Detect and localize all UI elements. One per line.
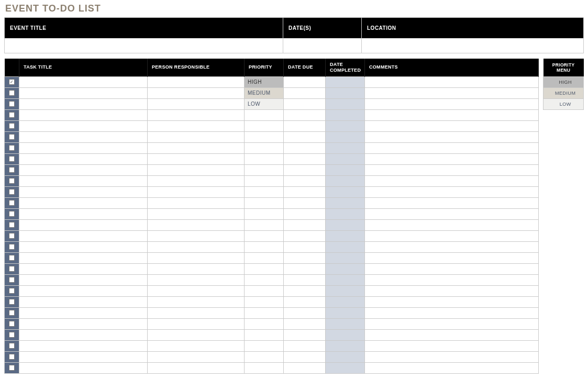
- checkbox-icon[interactable]: [9, 101, 15, 107]
- date-completed-cell[interactable]: [326, 351, 365, 362]
- checkbox-icon[interactable]: [9, 156, 15, 162]
- person-cell[interactable]: [148, 230, 245, 241]
- task-checkbox-cell[interactable]: [5, 329, 19, 340]
- priority-cell[interactable]: [245, 208, 284, 219]
- date-due-cell[interactable]: [284, 186, 326, 197]
- date-completed-cell[interactable]: [326, 307, 365, 318]
- task-title-cell[interactable]: [19, 186, 148, 197]
- task-title-cell[interactable]: [19, 153, 148, 164]
- date-completed-cell[interactable]: [326, 76, 365, 87]
- comments-cell[interactable]: [365, 219, 539, 230]
- priority-cell[interactable]: [245, 274, 284, 285]
- priority-cell[interactable]: [245, 241, 284, 252]
- comments-cell[interactable]: [365, 274, 539, 285]
- task-title-cell[interactable]: [19, 142, 148, 153]
- task-title-cell[interactable]: [19, 208, 148, 219]
- checkbox-icon[interactable]: [9, 299, 15, 305]
- date-due-cell[interactable]: [284, 296, 326, 307]
- priority-cell[interactable]: [245, 197, 284, 208]
- task-checkbox-cell[interactable]: [5, 142, 19, 153]
- date-completed-cell[interactable]: [326, 296, 365, 307]
- task-title-cell[interactable]: [19, 164, 148, 175]
- checkbox-icon[interactable]: [9, 123, 15, 129]
- comments-cell[interactable]: [365, 285, 539, 296]
- date-completed-cell[interactable]: [326, 175, 365, 186]
- checkbox-icon[interactable]: [9, 277, 15, 283]
- task-title-cell[interactable]: [19, 263, 148, 274]
- person-cell[interactable]: [148, 263, 245, 274]
- date-due-cell[interactable]: [284, 351, 326, 362]
- task-title-cell[interactable]: [19, 98, 148, 109]
- priority-cell[interactable]: [245, 307, 284, 318]
- comments-cell[interactable]: [365, 109, 539, 120]
- task-checkbox-cell[interactable]: [5, 285, 19, 296]
- date-due-cell[interactable]: [284, 318, 326, 329]
- person-cell[interactable]: [148, 197, 245, 208]
- task-title-cell[interactable]: [19, 362, 148, 373]
- checkbox-icon[interactable]: [9, 310, 15, 316]
- priority-cell[interactable]: LOW: [245, 98, 284, 109]
- person-cell[interactable]: [148, 329, 245, 340]
- date-due-cell[interactable]: [284, 120, 326, 131]
- date-completed-cell[interactable]: [326, 186, 365, 197]
- checkbox-icon[interactable]: [9, 112, 15, 118]
- date-due-cell[interactable]: [284, 87, 326, 98]
- date-due-cell[interactable]: [284, 252, 326, 263]
- task-checkbox-cell[interactable]: [5, 241, 19, 252]
- person-cell[interactable]: [148, 87, 245, 98]
- task-title-cell[interactable]: [19, 285, 148, 296]
- checkbox-icon[interactable]: [9, 244, 15, 250]
- task-checkbox-cell[interactable]: [5, 274, 19, 285]
- task-checkbox-cell[interactable]: [5, 186, 19, 197]
- person-cell[interactable]: [148, 318, 245, 329]
- person-cell[interactable]: [148, 307, 245, 318]
- priority-cell[interactable]: [245, 318, 284, 329]
- checkbox-icon[interactable]: [9, 321, 15, 327]
- date-completed-cell[interactable]: [326, 98, 365, 109]
- task-checkbox-cell[interactable]: [5, 307, 19, 318]
- task-checkbox-cell[interactable]: [5, 263, 19, 274]
- checkbox-icon[interactable]: [9, 332, 15, 338]
- task-checkbox-cell[interactable]: [5, 131, 19, 142]
- task-title-cell[interactable]: [19, 296, 148, 307]
- comments-cell[interactable]: [365, 98, 539, 109]
- task-checkbox-cell[interactable]: [5, 175, 19, 186]
- date-completed-cell[interactable]: [326, 285, 365, 296]
- checkbox-icon[interactable]: [9, 134, 15, 140]
- date-completed-cell[interactable]: [326, 274, 365, 285]
- task-checkbox-cell[interactable]: [5, 219, 19, 230]
- event-location-input[interactable]: [362, 38, 583, 53]
- checkbox-icon[interactable]: [9, 222, 15, 228]
- task-checkbox-cell[interactable]: [5, 318, 19, 329]
- date-completed-cell[interactable]: [326, 197, 365, 208]
- priority-cell[interactable]: MEDIUM: [245, 87, 284, 98]
- task-checkbox-cell[interactable]: [5, 197, 19, 208]
- person-cell[interactable]: [148, 131, 245, 142]
- person-cell[interactable]: [148, 351, 245, 362]
- priority-cell[interactable]: [245, 131, 284, 142]
- comments-cell[interactable]: [365, 307, 539, 318]
- event-title-input[interactable]: [5, 38, 283, 53]
- priority-cell[interactable]: [245, 175, 284, 186]
- checkbox-icon[interactable]: [9, 354, 15, 360]
- person-cell[interactable]: [148, 241, 245, 252]
- priority-cell[interactable]: [245, 296, 284, 307]
- date-completed-cell[interactable]: [326, 164, 365, 175]
- task-title-cell[interactable]: [19, 197, 148, 208]
- priority-cell[interactable]: [245, 186, 284, 197]
- comments-cell[interactable]: [365, 318, 539, 329]
- comments-cell[interactable]: [365, 120, 539, 131]
- task-checkbox-cell[interactable]: [5, 362, 19, 373]
- task-checkbox-cell[interactable]: [5, 98, 19, 109]
- task-title-cell[interactable]: [19, 340, 148, 351]
- person-cell[interactable]: [148, 109, 245, 120]
- person-cell[interactable]: [148, 296, 245, 307]
- date-due-cell[interactable]: [284, 208, 326, 219]
- checkbox-icon[interactable]: [9, 189, 15, 195]
- checkbox-icon[interactable]: ✓: [9, 79, 15, 85]
- date-completed-cell[interactable]: [326, 340, 365, 351]
- person-cell[interactable]: [148, 120, 245, 131]
- priority-cell[interactable]: [245, 252, 284, 263]
- task-checkbox-cell[interactable]: [5, 120, 19, 131]
- comments-cell[interactable]: [365, 263, 539, 274]
